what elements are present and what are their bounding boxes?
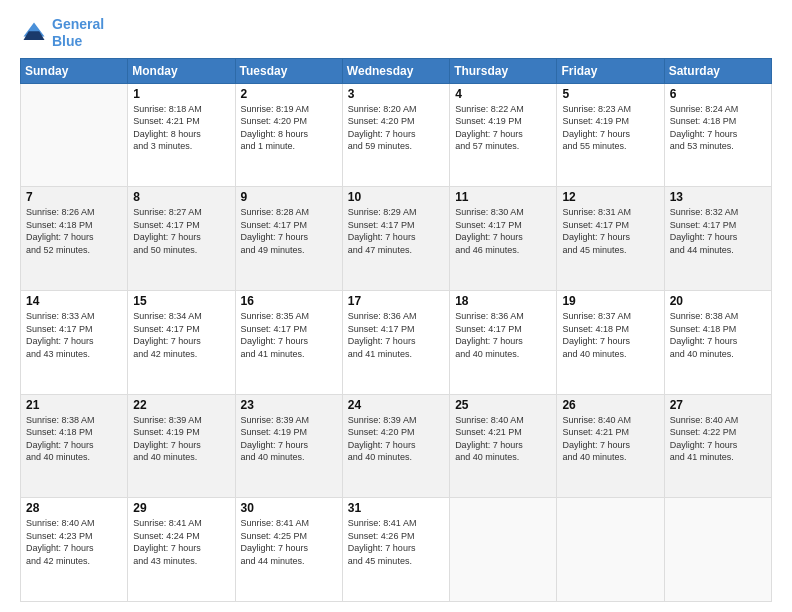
day-number: 20 — [670, 294, 766, 308]
day-number: 1 — [133, 87, 229, 101]
cell-info: Sunrise: 8:31 AMSunset: 4:17 PMDaylight:… — [562, 206, 658, 256]
cell-info: Sunrise: 8:36 AMSunset: 4:17 PMDaylight:… — [455, 310, 551, 360]
day-number: 7 — [26, 190, 122, 204]
calendar-cell: 3Sunrise: 8:20 AMSunset: 4:20 PMDaylight… — [342, 83, 449, 187]
cell-info: Sunrise: 8:36 AMSunset: 4:17 PMDaylight:… — [348, 310, 444, 360]
weekday-header: Tuesday — [235, 58, 342, 83]
day-number: 2 — [241, 87, 337, 101]
calendar-cell: 28Sunrise: 8:40 AMSunset: 4:23 PMDayligh… — [21, 498, 128, 602]
calendar-cell: 24Sunrise: 8:39 AMSunset: 4:20 PMDayligh… — [342, 394, 449, 498]
calendar-week-row: 1Sunrise: 8:18 AMSunset: 4:21 PMDaylight… — [21, 83, 772, 187]
cell-info: Sunrise: 8:35 AMSunset: 4:17 PMDaylight:… — [241, 310, 337, 360]
day-number: 27 — [670, 398, 766, 412]
cell-info: Sunrise: 8:40 AMSunset: 4:21 PMDaylight:… — [562, 414, 658, 464]
calendar-cell: 16Sunrise: 8:35 AMSunset: 4:17 PMDayligh… — [235, 290, 342, 394]
calendar-cell: 26Sunrise: 8:40 AMSunset: 4:21 PMDayligh… — [557, 394, 664, 498]
weekday-header: Thursday — [450, 58, 557, 83]
calendar-cell: 18Sunrise: 8:36 AMSunset: 4:17 PMDayligh… — [450, 290, 557, 394]
cell-info: Sunrise: 8:38 AMSunset: 4:18 PMDaylight:… — [670, 310, 766, 360]
day-number: 11 — [455, 190, 551, 204]
cell-info: Sunrise: 8:40 AMSunset: 4:23 PMDaylight:… — [26, 517, 122, 567]
calendar-week-row: 14Sunrise: 8:33 AMSunset: 4:17 PMDayligh… — [21, 290, 772, 394]
day-number: 19 — [562, 294, 658, 308]
calendar-cell — [557, 498, 664, 602]
cell-info: Sunrise: 8:37 AMSunset: 4:18 PMDaylight:… — [562, 310, 658, 360]
weekday-header: Sunday — [21, 58, 128, 83]
calendar-cell: 14Sunrise: 8:33 AMSunset: 4:17 PMDayligh… — [21, 290, 128, 394]
cell-info: Sunrise: 8:24 AMSunset: 4:18 PMDaylight:… — [670, 103, 766, 153]
calendar-cell: 4Sunrise: 8:22 AMSunset: 4:19 PMDaylight… — [450, 83, 557, 187]
day-number: 8 — [133, 190, 229, 204]
calendar-cell: 31Sunrise: 8:41 AMSunset: 4:26 PMDayligh… — [342, 498, 449, 602]
day-number: 24 — [348, 398, 444, 412]
cell-info: Sunrise: 8:34 AMSunset: 4:17 PMDaylight:… — [133, 310, 229, 360]
calendar-week-row: 21Sunrise: 8:38 AMSunset: 4:18 PMDayligh… — [21, 394, 772, 498]
day-number: 22 — [133, 398, 229, 412]
calendar-cell: 11Sunrise: 8:30 AMSunset: 4:17 PMDayligh… — [450, 187, 557, 291]
day-number: 29 — [133, 501, 229, 515]
day-number: 14 — [26, 294, 122, 308]
calendar-week-row: 28Sunrise: 8:40 AMSunset: 4:23 PMDayligh… — [21, 498, 772, 602]
logo-icon — [20, 19, 48, 47]
day-number: 5 — [562, 87, 658, 101]
cell-info: Sunrise: 8:39 AMSunset: 4:19 PMDaylight:… — [133, 414, 229, 464]
calendar-cell: 20Sunrise: 8:38 AMSunset: 4:18 PMDayligh… — [664, 290, 771, 394]
calendar-week-row: 7Sunrise: 8:26 AMSunset: 4:18 PMDaylight… — [21, 187, 772, 291]
cell-info: Sunrise: 8:18 AMSunset: 4:21 PMDaylight:… — [133, 103, 229, 153]
calendar-cell: 13Sunrise: 8:32 AMSunset: 4:17 PMDayligh… — [664, 187, 771, 291]
day-number: 21 — [26, 398, 122, 412]
cell-info: Sunrise: 8:41 AMSunset: 4:26 PMDaylight:… — [348, 517, 444, 567]
calendar-cell — [664, 498, 771, 602]
day-number: 12 — [562, 190, 658, 204]
calendar-cell: 8Sunrise: 8:27 AMSunset: 4:17 PMDaylight… — [128, 187, 235, 291]
calendar-cell: 12Sunrise: 8:31 AMSunset: 4:17 PMDayligh… — [557, 187, 664, 291]
calendar-cell: 19Sunrise: 8:37 AMSunset: 4:18 PMDayligh… — [557, 290, 664, 394]
calendar-cell: 25Sunrise: 8:40 AMSunset: 4:21 PMDayligh… — [450, 394, 557, 498]
cell-info: Sunrise: 8:30 AMSunset: 4:17 PMDaylight:… — [455, 206, 551, 256]
day-number: 31 — [348, 501, 444, 515]
cell-info: Sunrise: 8:39 AMSunset: 4:19 PMDaylight:… — [241, 414, 337, 464]
page-header: General Blue — [20, 16, 772, 50]
cell-info: Sunrise: 8:28 AMSunset: 4:17 PMDaylight:… — [241, 206, 337, 256]
cell-info: Sunrise: 8:20 AMSunset: 4:20 PMDaylight:… — [348, 103, 444, 153]
cell-info: Sunrise: 8:40 AMSunset: 4:21 PMDaylight:… — [455, 414, 551, 464]
calendar-cell: 17Sunrise: 8:36 AMSunset: 4:17 PMDayligh… — [342, 290, 449, 394]
cell-info: Sunrise: 8:19 AMSunset: 4:20 PMDaylight:… — [241, 103, 337, 153]
cell-info: Sunrise: 8:33 AMSunset: 4:17 PMDaylight:… — [26, 310, 122, 360]
cell-info: Sunrise: 8:27 AMSunset: 4:17 PMDaylight:… — [133, 206, 229, 256]
day-number: 23 — [241, 398, 337, 412]
calendar-table: SundayMondayTuesdayWednesdayThursdayFrid… — [20, 58, 772, 602]
day-number: 25 — [455, 398, 551, 412]
calendar-cell: 6Sunrise: 8:24 AMSunset: 4:18 PMDaylight… — [664, 83, 771, 187]
day-number: 6 — [670, 87, 766, 101]
cell-info: Sunrise: 8:23 AMSunset: 4:19 PMDaylight:… — [562, 103, 658, 153]
weekday-header: Monday — [128, 58, 235, 83]
calendar-cell: 23Sunrise: 8:39 AMSunset: 4:19 PMDayligh… — [235, 394, 342, 498]
logo: General Blue — [20, 16, 104, 50]
calendar-cell — [21, 83, 128, 187]
calendar-cell: 29Sunrise: 8:41 AMSunset: 4:24 PMDayligh… — [128, 498, 235, 602]
calendar-cell — [450, 498, 557, 602]
day-number: 16 — [241, 294, 337, 308]
cell-info: Sunrise: 8:41 AMSunset: 4:24 PMDaylight:… — [133, 517, 229, 567]
day-number: 17 — [348, 294, 444, 308]
calendar-cell: 10Sunrise: 8:29 AMSunset: 4:17 PMDayligh… — [342, 187, 449, 291]
calendar-cell: 2Sunrise: 8:19 AMSunset: 4:20 PMDaylight… — [235, 83, 342, 187]
cell-info: Sunrise: 8:41 AMSunset: 4:25 PMDaylight:… — [241, 517, 337, 567]
day-number: 26 — [562, 398, 658, 412]
day-number: 9 — [241, 190, 337, 204]
calendar-cell: 30Sunrise: 8:41 AMSunset: 4:25 PMDayligh… — [235, 498, 342, 602]
cell-info: Sunrise: 8:32 AMSunset: 4:17 PMDaylight:… — [670, 206, 766, 256]
day-number: 18 — [455, 294, 551, 308]
cell-info: Sunrise: 8:38 AMSunset: 4:18 PMDaylight:… — [26, 414, 122, 464]
calendar-cell: 21Sunrise: 8:38 AMSunset: 4:18 PMDayligh… — [21, 394, 128, 498]
calendar-cell: 5Sunrise: 8:23 AMSunset: 4:19 PMDaylight… — [557, 83, 664, 187]
day-number: 30 — [241, 501, 337, 515]
calendar-cell: 27Sunrise: 8:40 AMSunset: 4:22 PMDayligh… — [664, 394, 771, 498]
weekday-header: Friday — [557, 58, 664, 83]
weekday-header: Wednesday — [342, 58, 449, 83]
cell-info: Sunrise: 8:22 AMSunset: 4:19 PMDaylight:… — [455, 103, 551, 153]
weekday-header: Saturday — [664, 58, 771, 83]
calendar-cell: 1Sunrise: 8:18 AMSunset: 4:21 PMDaylight… — [128, 83, 235, 187]
day-number: 4 — [455, 87, 551, 101]
